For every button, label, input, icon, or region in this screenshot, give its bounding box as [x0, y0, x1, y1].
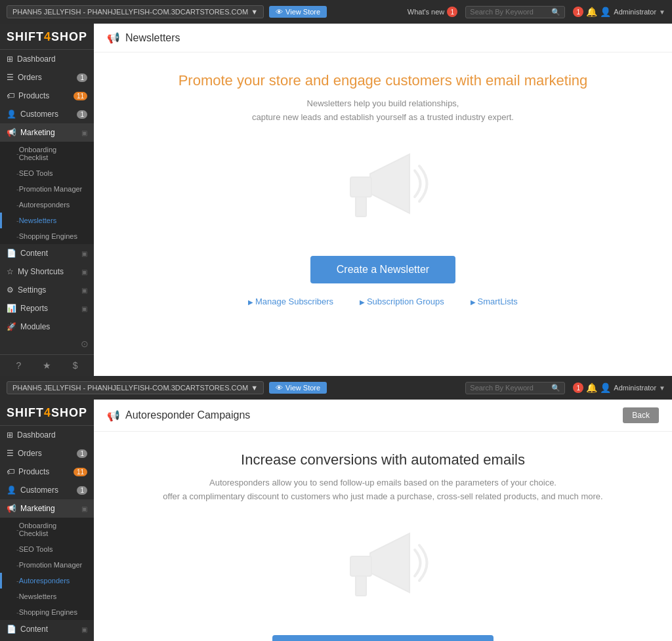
admin-dropdown-icon: ▼: [659, 9, 665, 16]
customers-badge: 1: [77, 110, 87, 119]
create-autoresponder-button[interactable]: Create an Autoresponder Campaign: [272, 635, 493, 641]
second-bell-icon: 🔔: [586, 383, 597, 393]
second-eye-icon: 👁: [276, 384, 283, 392]
sub2-nav-seo[interactable]: SEO Tools: [0, 541, 94, 557]
newsletters-promo-section: Promote your store and engage customers …: [94, 52, 672, 339]
sub2-nav-onboarding[interactable]: Onboarding Checklist: [0, 518, 94, 541]
svg-rect-1: [350, 177, 371, 197]
products-icon: 🏷: [7, 91, 14, 100]
sidebar-collapse[interactable]: ⊙: [0, 336, 94, 352]
newsletters-illustration: [324, 138, 442, 243]
second-search-icon: 🔍: [551, 384, 560, 392]
second-section-body: SHIFT4SHOP ⊞ Dashboard ☰ Orders 1 🏷 Prod…: [0, 400, 672, 641]
sub-nav-newsletters[interactable]: Newsletters: [0, 213, 94, 228]
search-box: 🔍: [465, 6, 565, 18]
bell-icon: 🔔: [586, 7, 597, 17]
shortcuts-expand-icon: ▣: [81, 268, 87, 276]
sidebar-item-products[interactable]: 🏷 Products 11: [0, 87, 94, 105]
search-icon: 🔍: [551, 8, 560, 16]
orders2-icon: ☰: [7, 449, 14, 458]
products-badge: 11: [74, 92, 87, 100]
sidebar2-item-dashboard[interactable]: ⊞ Dashboard: [0, 426, 94, 444]
settings-expand-icon: ▣: [81, 287, 87, 294]
svg-marker-3: [370, 533, 410, 592]
sub-nav-seo[interactable]: SEO Tools: [0, 165, 94, 181]
orders-icon: ☰: [7, 73, 14, 82]
star-icon[interactable]: ★: [43, 360, 51, 371]
newsletters-promo-subtext: Newsletters help you build relationships…: [107, 97, 659, 125]
sidebar2-item-marketing[interactable]: 📢 Marketing ▣: [0, 499, 94, 518]
second-admin-label: Administrator: [614, 384, 656, 392]
modules-icon: 🚀: [7, 322, 16, 331]
help-icon[interactable]: ?: [16, 360, 21, 371]
orders-badge: 1: [77, 73, 87, 82]
sidebar-item-shortcuts[interactable]: ☆ My Shortcuts ▣: [0, 262, 94, 281]
eye-icon: 👁: [276, 8, 283, 16]
marketing-expand-icon: ▣: [81, 129, 87, 136]
sub-nav-shopping-engines[interactable]: Shopping Engines: [0, 228, 94, 244]
sub-nav-onboarding[interactable]: Onboarding Checklist: [0, 142, 94, 165]
second-search-input[interactable]: [470, 384, 549, 392]
sidebar-item-reports[interactable]: 📊 Reports ▣: [0, 299, 94, 318]
second-view-store-button[interactable]: 👁 View Store: [269, 382, 327, 394]
sidebar-item-orders[interactable]: ☰ Orders 1: [0, 68, 94, 87]
sidebar-item-customers[interactable]: 👤 Customers 1: [0, 105, 94, 123]
second-app-section: PHANH5 JELLYFISH - PHANHJELLYFISH-COM.3D…: [0, 376, 672, 641]
second-notification-badge: 1: [573, 383, 583, 393]
user-icon: 👤: [600, 7, 611, 17]
sidebar2-item-content[interactable]: 📄 Content ▣: [0, 620, 94, 638]
sidebar2-item-customers[interactable]: 👤 Customers 1: [0, 481, 94, 499]
second-store-selector[interactable]: PHANH5 JELLYFISH - PHANHJELLYFISH-COM.3D…: [7, 381, 264, 394]
autoresponder-promo-subtext: Autoresponders allow you to send follow-…: [107, 476, 659, 504]
view-store-button[interactable]: 👁 View Store: [269, 6, 327, 18]
newsletters-page-title: Newsletters: [125, 32, 180, 44]
orders2-badge: 1: [77, 449, 87, 458]
sidebar-item-settings[interactable]: ⚙ Settings ▣: [0, 281, 94, 299]
smartlists-link[interactable]: SmartLists: [471, 297, 518, 306]
dollar-icon[interactable]: $: [73, 360, 78, 371]
dashboard2-icon: ⊞: [7, 430, 13, 440]
shortcuts-icon: ☆: [7, 267, 14, 276]
customers2-badge: 1: [77, 486, 87, 495]
marketing2-expand-icon: ▣: [81, 505, 87, 512]
sidebar-item-marketing[interactable]: 📢 Marketing ▣: [0, 123, 94, 142]
autoresponder-illustration: [324, 517, 442, 622]
whats-new-badge: 1: [447, 7, 457, 17]
second-logo: SHIFT4SHOP: [7, 406, 87, 420]
create-newsletter-button[interactable]: Create a Newsletter: [310, 256, 455, 283]
second-header-right: 🔍 1 🔔 👤 Administrator ▼: [465, 382, 665, 394]
newsletters-megaphone-icon: 📢: [107, 31, 120, 44]
search-input[interactable]: [470, 8, 549, 16]
sub2-nav-promotion[interactable]: Promotion Manager: [0, 557, 94, 573]
subscription-groups-link[interactable]: Subscription Groups: [360, 297, 444, 306]
page-wrapper: PHANH5 JELLYFISH - PHANHJELLYFISH-COM.3D…: [0, 0, 672, 641]
store-selector[interactable]: PHANH5 JELLYFISH - PHANHJELLYFISH-COM.3D…: [7, 5, 264, 18]
first-section-body: SHIFT4SHOP ⊞ Dashboard ☰ Orders 1 🏷: [0, 24, 672, 376]
sub-nav-autoresponders[interactable]: Autoresponders: [0, 197, 94, 213]
sidebar2-item-orders[interactable]: ☰ Orders 1: [0, 444, 94, 463]
sub2-nav-newsletters[interactable]: Newsletters: [0, 589, 94, 604]
notification-badge: 1: [573, 7, 583, 17]
sub2-nav-shopping-engines[interactable]: Shopping Engines: [0, 604, 94, 620]
sub-nav-promotion[interactable]: Promotion Manager: [0, 181, 94, 197]
sidebar2-item-shortcuts[interactable]: ☆ My Shortcuts ▣: [0, 638, 94, 641]
sidebar2-item-products[interactable]: 🏷 Products 11: [0, 463, 94, 481]
customers-icon: 👤: [7, 110, 16, 119]
whats-new[interactable]: What's new 1: [408, 7, 458, 17]
sub2-nav-autoresponders[interactable]: Autoresponders: [0, 573, 94, 589]
autoresponder-main-content: 📢 Autoresponder Campaigns Back Increase …: [94, 400, 672, 641]
second-user-icon: 👤: [600, 383, 611, 393]
logo: SHIFT4SHOP: [7, 30, 87, 44]
settings-icon: ⚙: [7, 285, 14, 295]
second-logo-area: SHIFT4SHOP: [0, 400, 94, 426]
admin-label: Administrator: [614, 8, 656, 16]
autoresponder-illustration-svg: [331, 520, 436, 619]
sidebar-item-modules[interactable]: 🚀 Modules: [0, 318, 94, 336]
autoresponder-promo-heading: Increase conversions with automated emai…: [107, 451, 659, 468]
products2-badge: 11: [74, 468, 87, 476]
back-button[interactable]: Back: [623, 407, 659, 423]
manage-subscribers-link[interactable]: Manage Subscribers: [248, 297, 333, 306]
sidebar-item-dashboard[interactable]: ⊞ Dashboard: [0, 50, 94, 68]
sidebar-item-content[interactable]: 📄 Content ▣: [0, 244, 94, 262]
svg-rect-5: [356, 576, 366, 596]
